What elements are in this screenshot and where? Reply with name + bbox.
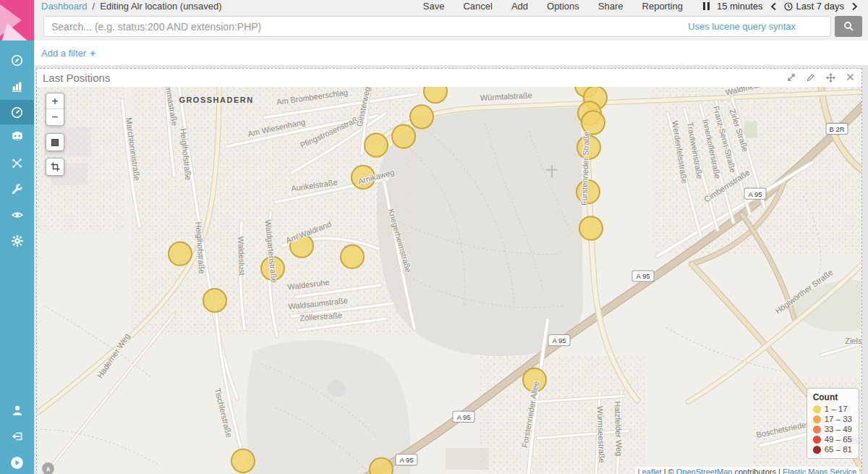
geo-count-marker[interactable] [341, 245, 364, 268]
panel-edit-button[interactable] [807, 73, 815, 82]
road [822, 344, 861, 355]
fit-bounds-icon [51, 139, 59, 146]
panel-header: Last Positions [37, 69, 861, 87]
reporting-button[interactable]: Reporting [642, 1, 683, 12]
clock-icon [784, 2, 793, 11]
panel-expand-button[interactable] [787, 73, 796, 82]
zoom-out-button[interactable]: − [46, 109, 64, 125]
search-button[interactable] [835, 16, 862, 37]
time-back-button[interactable] [770, 2, 777, 11]
graph-nodes-icon [11, 157, 23, 169]
panel-last-positions: Last Positions [36, 68, 862, 474]
geo-count-marker[interactable] [169, 242, 192, 266]
road-badge: A 95 [396, 454, 417, 465]
breadcrumb-dashboard[interactable]: Dashboard [41, 1, 88, 12]
street-label: Waldeslust [237, 237, 247, 276]
filter-bar: Add a filter + [34, 41, 868, 65]
road-badge: B 2R [826, 123, 848, 134]
sidebar-item-dev-tools[interactable] [0, 177, 34, 201]
bar-chart-icon [11, 80, 23, 93]
attribution-link[interactable]: OpenStreetMap [676, 467, 733, 474]
sidebar-item-monitoring[interactable] [0, 203, 34, 227]
search-icon [843, 21, 854, 32]
gear-icon [11, 234, 24, 247]
kibana-logo[interactable] [0, 0, 34, 41]
kibana-app: Dashboard / Editing Alr location (unsave… [0, 0, 868, 474]
breadcrumb-separator: / [93, 1, 95, 12]
geo-count-marker[interactable] [231, 449, 255, 473]
sidebar-item-graph[interactable] [0, 151, 34, 175]
share-button[interactable]: Share [598, 1, 624, 12]
crop-icon [51, 162, 60, 172]
add-filter-link[interactable]: Add a filter [41, 48, 86, 59]
map-svg: GROSSHADERNAm BrombeerschlagAm Wiesenhan… [37, 87, 861, 474]
geo-count-marker[interactable] [582, 111, 605, 134]
map[interactable]: GROSSHADERNAm BrombeerschlagAm Wiesenhan… [37, 87, 861, 474]
add-button[interactable]: Add [511, 1, 528, 12]
collapse-arrow-icon [10, 456, 24, 470]
user-icon [11, 404, 24, 417]
geo-count-marker[interactable] [392, 124, 415, 148]
attribution-toggle[interactable]: ∧ [42, 462, 54, 474]
save-button[interactable]: Save [423, 1, 445, 12]
legend-color-dot [813, 446, 821, 454]
geo-count-marker[interactable] [424, 87, 447, 103]
timelion-icon [11, 130, 24, 143]
svg-text:B 2R: B 2R [829, 125, 844, 133]
geo-count-marker[interactable] [370, 458, 393, 474]
legend-color-dot [813, 436, 821, 444]
sidebar-item-dashboard[interactable] [0, 100, 34, 124]
time-range-button[interactable]: Last 7 days [784, 1, 845, 12]
chevron-left-icon [770, 2, 777, 11]
svg-text:A 95: A 95 [457, 413, 471, 421]
dashboard-menu: Save Cancel Add Options Share Reporting [423, 1, 683, 12]
legend-title: Count [813, 392, 852, 402]
pause-refresh-button[interactable] [703, 2, 710, 10]
svg-text:A 95: A 95 [400, 456, 414, 464]
time-range-label: Last 7 days [796, 1, 845, 12]
sidebar-item-visualize[interactable] [0, 74, 34, 98]
panel-close-button[interactable] [846, 73, 854, 82]
time-forward-button[interactable] [851, 2, 858, 11]
attribution-link[interactable]: Leaflet [638, 467, 662, 474]
legend-item: 65 – 81 [813, 445, 852, 454]
sidebar-collapse-button[interactable] [0, 450, 34, 474]
geo-count-marker[interactable] [579, 216, 603, 240]
street-label: Würmtalstraße [480, 90, 532, 102]
add-filter-plus-icon[interactable]: + [90, 48, 95, 59]
sidebar-item-management[interactable] [0, 229, 34, 253]
panel-move-button[interactable] [826, 73, 835, 82]
chevron-right-icon [851, 2, 858, 11]
refresh-interval-button[interactable]: 15 minutes [717, 1, 763, 12]
street-label: GROSSHADERN [179, 96, 253, 104]
legend-range-label: 65 – 81 [825, 445, 852, 454]
sidebar-item-timelion[interactable] [0, 124, 34, 149]
zoom-in-button[interactable]: + [46, 93, 64, 109]
lucene-syntax-link[interactable]: Uses lucene query syntax [688, 21, 796, 32]
sidebar-item-logout[interactable] [0, 424, 34, 449]
forest-area [246, 340, 410, 474]
legend-range-label: 1 – 17 [825, 405, 848, 413]
sidebar-item-user[interactable] [0, 398, 34, 423]
attribution-text: contributors | [732, 467, 783, 474]
attribution-text: | © [662, 467, 676, 474]
dashboard-gauge-icon [11, 106, 23, 119]
kibana-logo-shape [1, 23, 29, 41]
options-button[interactable]: Options [547, 1, 579, 12]
legend-range-label: 49 – 65 [825, 435, 852, 444]
geo-count-marker[interactable] [203, 289, 226, 312]
svg-text:A 95: A 95 [749, 190, 762, 198]
attribution-link[interactable]: Elastic Maps Service [783, 467, 856, 474]
global-nav [0, 41, 34, 474]
geo-count-marker[interactable] [365, 133, 388, 156]
cancel-button[interactable]: Cancel [463, 1, 492, 12]
draw-filter-rectangle-button[interactable] [46, 158, 64, 176]
fit-data-bounds-button[interactable] [46, 133, 64, 151]
park-area [788, 280, 861, 331]
street-label: Zielstattstraße [845, 337, 861, 345]
compass-icon [11, 54, 23, 67]
top-bar: Dashboard / Editing Alr location (unsave… [34, 0, 868, 41]
sidebar-item-discover[interactable] [0, 48, 34, 72]
legend-item: 1 – 17 [813, 405, 852, 413]
geo-count-marker[interactable] [410, 105, 433, 128]
